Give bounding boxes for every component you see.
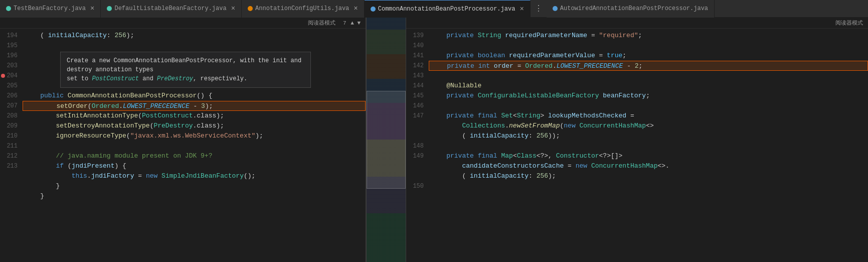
left-code-area: 194 195 196 203 204 205 206 207 208 209 … [0,29,366,262]
rcode-139: private String requiredParameterName = "… [429,31,868,41]
rline-147a: 147 [411,111,424,121]
rcode-147c: ( initialCapacity: 256)); [429,131,868,141]
occurrence-count: 7 ▲ ▼ [343,20,361,26]
rcode-149b: candidateConstructorsCache = new Concurr… [429,161,868,171]
code-line-208 [23,141,366,151]
rcode-149a: private final Map<Class<?>, Constructor<… [429,151,868,161]
rline-144: 144 [411,81,424,91]
line-num-213: 213 [5,161,18,171]
rcode-150 [429,181,868,191]
tooltip-postconstruct: PostConstruct [92,75,139,82]
line-num-194: 194 [5,31,18,41]
rline-149c [411,171,424,181]
tab-label: AutowiredAnnotationBeanPostProcessor.jav… [560,5,708,12]
tab-icon-blue2 [553,6,558,11]
tab-bar: TestBeanFactory.java × DefaultListableBe… [0,0,868,18]
tab-testbeanfactory[interactable]: TestBeanFactory.java × [0,0,101,18]
line-num-205: 205 [5,81,18,91]
line-num-211: 211 [5,141,18,151]
tab-commonannotation[interactable]: CommonAnnotationBeanPostProcessor.java × [365,0,531,18]
rline-142: 142 [411,61,424,71]
code-line-210: if (jndiPresent) { [23,161,366,171]
rline-149b [411,161,424,171]
close-icon[interactable]: × [354,5,358,13]
rline-143: 143 [411,71,424,81]
tab-defaultlistable[interactable]: DefaultListableBeanFactory.java × [101,0,242,18]
rline-148: 148 [411,141,424,151]
tab-label: TestBeanFactory.java [14,5,86,12]
rcode-147b: Collections.newSetFromMap(new Concurrent… [429,121,868,131]
rcode-148 [429,141,868,151]
rcode-147a: private final Set<String> lookupMethodsC… [429,111,868,121]
close-icon[interactable]: × [231,5,235,13]
tab-label: DefaultListableBeanFactory.java [114,5,226,12]
rcode-140 [429,41,868,51]
minimap-viewport[interactable] [367,91,406,189]
line-num-209: 209 [5,121,18,131]
rline-145: 145 [411,91,424,101]
rline-147c [411,131,424,141]
line-num-210: 210 [5,131,18,141]
rline-139: 139 [411,31,424,41]
reader-mode-label-left: 阅读器模式 [308,19,335,27]
minimap [366,18,406,262]
code-line-195 [23,41,366,51]
code-line-206: setDestroyAnnotationType(PreDestroy.clas… [23,121,366,131]
line-num-195: 195 [5,41,18,51]
rcode-149c: ( initialCapacity: 256); [429,171,868,181]
code-line-211: this.jndiFactory = new SimpleJndiBeanFac… [23,171,366,181]
close-icon[interactable]: × [90,5,94,13]
tooltip-text6: , respectively. [193,75,247,82]
tab-overflow-menu[interactable]: ⋮ [531,4,547,14]
rcode-142: private int order = Ordered.LOWEST_PRECE… [429,61,868,71]
left-line-numbers: 194 195 196 203 204 205 206 207 208 209 … [0,29,23,262]
tab-label: CommonAnnotationBeanPostProcessor.java [378,6,515,13]
code-line-213: } [23,191,366,201]
code-line-207: ignoreResourceType("javax.xml.ws.WebServ… [23,131,366,141]
code-line-204: setOrder(Ordered.LOWEST_PRECEDENCE - 3); [23,101,366,111]
line-num-196: 196 [5,51,18,61]
rline-146: 146 [411,101,424,111]
tab-autowired[interactable]: AutowiredAnnotationBeanPostProcessor.jav… [547,0,715,18]
code-line-209: // java.naming module present on JDK 9+? [23,151,366,161]
tooltip-box: Create a new CommonAnnotationBeanPostPro… [60,52,311,88]
rcode-144: @Nullable [429,81,868,91]
right-editor-pane: 阅读器模式 139 140 141 142 143 144 145 146 14… [406,18,868,262]
line-num-208: 208 [5,111,18,121]
line-num-203: 203 [5,61,18,71]
rline-149a: 149 [411,151,424,161]
rcode-145: private ConfigurableListableBeanFactory … [429,91,868,101]
right-line-numbers: 139 140 141 142 143 144 145 146 147 148 … [406,29,429,262]
tooltip-text4: and [139,75,157,82]
tooltip-predestroy: PreDestroy [157,75,193,82]
rcode-143 [429,71,868,81]
line-num-212: 212 [5,151,18,161]
tab-icon-orange [248,6,253,11]
code-line-203: public CommonAnnotationBeanPostProcessor… [23,91,366,101]
rline-141: 141 [411,51,424,61]
line-num-204: 204 [5,71,18,81]
line-num-206: 206 [5,91,18,101]
tooltip-text1: Create a new CommonAnnotationBeanPostPro… [67,57,301,73]
tab-icon-green2 [107,6,112,11]
code-line-205: setInitAnnotationType(PostConstruct.clas… [23,111,366,121]
left-code-lines: Create a new CommonAnnotationBeanPostPro… [23,29,366,262]
tab-icon-green [6,6,11,11]
code-line-212: } [23,181,366,191]
tab-label: AnnotationConfigUtils.java [255,5,349,12]
close-icon[interactable]: × [519,5,524,13]
tooltip-text2: set to [67,75,92,82]
tab-annotationconfigutils[interactable]: AnnotationConfigUtils.java × [242,0,365,18]
tab-icon-blue [371,7,376,12]
rline-150: 150 [411,181,424,191]
rcode-146 [429,101,868,111]
reader-mode-label-right: 阅读器模式 [835,19,863,27]
rline-147b [411,121,424,131]
line-num-207: 207 [5,101,18,111]
code-line-194: ( initialCapacity: 256); [23,31,366,41]
right-code-lines: private String requiredParameterName = "… [429,29,868,262]
rcode-141: private boolean requiredParameterValue =… [429,51,868,61]
right-code-area: 139 140 141 142 143 144 145 146 147 148 … [406,29,868,262]
rline-140: 140 [411,41,424,51]
editors-row: 阅读器模式 7 ▲ ▼ 194 195 196 203 204 205 206 … [0,18,868,262]
